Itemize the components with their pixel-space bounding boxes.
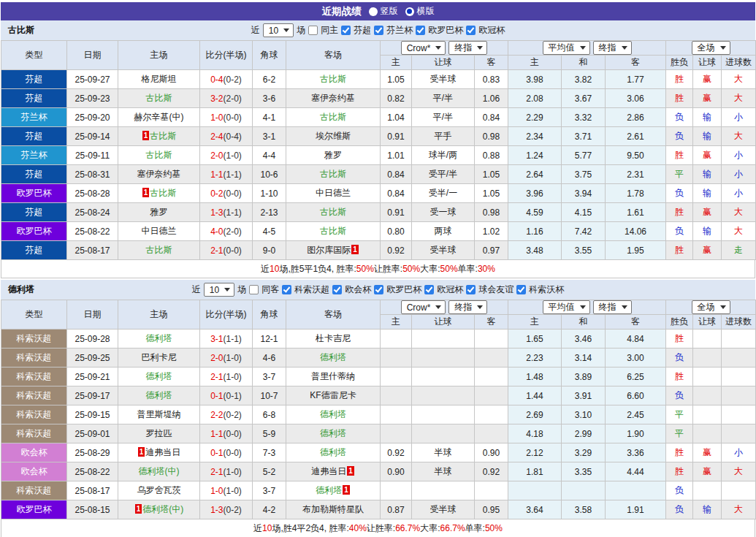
type-cell: 欧罗巴杯 <box>1 184 67 203</box>
odds-final-select[interactable]: 终指 <box>448 41 487 55</box>
avg-final-select[interactable]: 终指 <box>593 41 632 55</box>
result-wdl-cell: 胜 <box>666 70 693 89</box>
avg-draw-cell: 3.82 <box>562 70 606 89</box>
home-cell: 古比斯 <box>118 146 200 165</box>
handicap-cell: 受半球 <box>412 500 475 519</box>
scope-select[interactable]: 全场 <box>692 41 730 55</box>
table-row: 芬超25-08-17古比斯2-1(0-0)9-0图尔库国际10.92受半球0.9… <box>1 241 756 260</box>
col-header-score: 比分(半场) <box>200 41 253 70</box>
avg-home-cell: 3.96 <box>508 184 562 203</box>
table-row: 芬超25-09-141古比斯2-4(0-4)3-1埃尔维斯0.91平手0.982… <box>1 127 756 146</box>
same-venue-checkbox[interactable] <box>249 285 259 294</box>
games-count-select[interactable]: 10 <box>263 23 294 37</box>
layout-radio-vertical[interactable]: 竖版 <box>369 5 398 18</box>
games-count-select[interactable]: 10 <box>204 283 234 297</box>
team-label: 古比斯 <box>320 169 346 179</box>
home-cell: 塞伊奈约基 <box>118 165 200 184</box>
chevron-down-icon <box>435 305 441 309</box>
team-label: 古比斯 <box>150 131 176 141</box>
result-goals-cell: 小 <box>722 443 756 462</box>
league-checkbox[interactable] <box>466 26 476 35</box>
team-label: KF德雷尼卡 <box>310 390 356 400</box>
odds-home-cell: 0.92 <box>381 443 412 462</box>
odds-company-select[interactable]: Crow* <box>401 300 446 314</box>
avg-draw-cell: 4.15 <box>562 203 606 222</box>
league-checkbox[interactable] <box>416 26 425 35</box>
home-cell: 1古比斯 <box>118 184 200 203</box>
league-checkbox[interactable] <box>374 285 383 294</box>
scope-select[interactable]: 全场 <box>692 300 730 314</box>
score-cell: 2-4(0-4) <box>200 127 253 146</box>
table-row: 科索沃超25-09-25巴利卡尼2-0(1-0)4-6德利塔2.233.143.… <box>1 349 756 367</box>
same-venue-checkbox[interactable] <box>308 26 318 35</box>
avg-draw-cell: 7.42 <box>562 222 606 241</box>
score-cell: 1-3(1-1) <box>200 203 253 222</box>
league-checkbox[interactable] <box>374 26 383 35</box>
page-title: 近期战绩 <box>322 5 362 18</box>
league-checkbox[interactable] <box>516 285 526 294</box>
home-cell: 1迪弗当日 <box>118 443 200 462</box>
type-cell: 科索沃超 <box>1 349 67 367</box>
chevron-down-icon <box>580 46 586 50</box>
result-wdl-cell: 胜 <box>666 367 693 386</box>
avg-away-cell: 6.25 <box>606 367 666 386</box>
result-wdl-cell: 负 <box>666 481 693 500</box>
handicap-cell <box>412 424 475 443</box>
home-cell: 德利塔 <box>118 386 200 405</box>
radio-icon[interactable] <box>369 7 378 16</box>
corner-cell: 4-1 <box>253 108 286 127</box>
score-cell: 0-1(0-0) <box>200 443 253 462</box>
summary-segment: 50% <box>485 523 503 533</box>
odds-home-cell <box>381 386 412 405</box>
league-label: 欧罗巴杯 <box>428 24 463 37</box>
result-goals-cell <box>722 405 756 424</box>
table-row: 芬超25-08-24雅罗1-3(1-1)2-13古比斯0.91受一球0.984.… <box>1 203 756 222</box>
result-handicap-cell <box>693 424 722 443</box>
home-cell: 乌罗舍瓦茨 <box>118 481 200 500</box>
avg-away-cell: 3.36 <box>606 443 666 462</box>
corner-cell: 3-7 <box>253 481 286 500</box>
team-label: 乌罗舍瓦茨 <box>137 485 181 495</box>
odds-home-cell <box>381 367 412 386</box>
avg-away-cell: 2.31 <box>606 165 666 184</box>
fulltime-score: 0-4 <box>210 75 223 85</box>
league-checkbox[interactable] <box>282 285 291 294</box>
odds-final-select[interactable]: 终指 <box>448 300 487 314</box>
score-cell: 2-2(0-2) <box>200 405 253 424</box>
avg-away-cell: 1.91 <box>606 500 666 519</box>
home-cell: 雅罗 <box>118 203 200 222</box>
league-label: 欧冠杯 <box>478 24 505 37</box>
chevron-down-icon <box>283 28 289 32</box>
summary-segment: 50% <box>356 264 374 274</box>
result-wdl-cell: 平 <box>666 405 693 424</box>
halftime-score: (0-1) <box>224 391 242 401</box>
col-header-home: 主场 <box>118 41 200 70</box>
team-label: 德利塔 <box>146 371 172 381</box>
score-cell: 2-0(1-0) <box>200 146 253 165</box>
col-header-date: 日期 <box>67 300 118 330</box>
layout-radio-horizontal[interactable]: 横版 <box>405 5 435 18</box>
away-cell: 杜卡吉尼 <box>286 330 381 349</box>
avg-final-select[interactable]: 终指 <box>593 300 632 314</box>
date-cell: 25-09-20 <box>67 108 118 127</box>
avg-select[interactable]: 平均值 <box>543 300 590 314</box>
fulltime-score: 2-2 <box>210 410 223 420</box>
away-cell: 德利塔1 <box>286 481 381 500</box>
league-checkbox[interactable] <box>466 285 476 294</box>
odds-company-select[interactable]: Crow* <box>401 41 446 55</box>
team-label: 古比斯 <box>320 226 346 236</box>
avg-select[interactable]: 平均值 <box>543 41 590 55</box>
result-handicap-cell: 输 <box>693 222 722 241</box>
league-checkbox[interactable] <box>424 285 434 294</box>
fulltime-score: 0-2 <box>210 188 223 199</box>
league-checkbox[interactable] <box>332 285 342 294</box>
type-cell: 芬超 <box>1 241 67 260</box>
date-cell: 25-08-24 <box>67 203 118 222</box>
radio-selected-icon[interactable] <box>405 7 414 16</box>
away-cell: 雅罗 <box>286 146 381 165</box>
avg-away-cell: 1.95 <box>606 241 666 260</box>
odds-select-group: Crow* 终指 <box>381 300 508 315</box>
league-checkbox[interactable] <box>341 26 351 35</box>
type-cell: 芬兰杯 <box>1 108 67 127</box>
summary-segment: 50% <box>402 264 420 274</box>
